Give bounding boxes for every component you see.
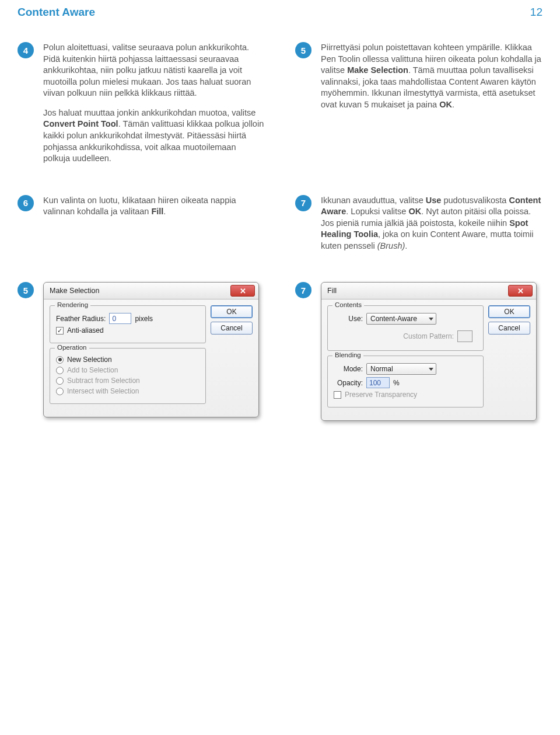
use-value: Content-Aware (370, 315, 417, 323)
screenshot-7-badge: 7 (295, 282, 312, 298)
screenshot-5-badge: 5 (18, 282, 34, 298)
feather-row: Feather Radius: pixels (56, 313, 200, 324)
use-label: Use: (334, 315, 363, 323)
mode-dropdown[interactable]: Normal (366, 363, 436, 375)
op-add-radio[interactable] (56, 367, 64, 374)
fill-titlebar: Fill ✕ (321, 283, 536, 299)
op-int-label: Intersect with Selection (67, 387, 139, 395)
opacity-row: Opacity: % (334, 377, 477, 388)
step-6: 6 Kun valinta on luotu, klikataan hiiren… (18, 195, 265, 260)
chevron-down-icon (429, 368, 433, 371)
percent-label: % (393, 379, 400, 387)
opacity-label: Opacity: (334, 379, 363, 387)
op-add-row[interactable]: Add to Selection (56, 366, 200, 374)
preserve-checkbox[interactable] (334, 391, 341, 399)
op-add-label: Add to Selection (67, 366, 118, 374)
step-4: 4 Polun aloitettuasi, valitse seuraava p… (18, 42, 265, 173)
cancel-button[interactable]: Cancel (211, 322, 253, 335)
pattern-label: Custom Pattern: (334, 332, 454, 340)
preserve-row[interactable]: Preserve Transparency (334, 391, 477, 399)
steps-row-1: 4 Polun aloitettuasi, valitse seuraava p… (18, 42, 542, 173)
rendering-label: Rendering (55, 301, 90, 308)
mode-value: Normal (370, 365, 393, 373)
use-row: Use: Content-Aware (334, 313, 477, 325)
chevron-down-icon (429, 318, 433, 321)
use-dropdown[interactable]: Content-Aware (366, 313, 436, 325)
make-selection-dialog: Make Selection ✕ Rendering Feather Radiu… (43, 282, 259, 417)
step-5-p1: Piirrettyäsi polun poistettavan kohteen … (321, 42, 542, 110)
step-4-body: Polun aloitettuasi, valitse seuraava pol… (43, 42, 265, 173)
op-new-row[interactable]: New Selection (56, 356, 200, 364)
close-icon[interactable]: ✕ (508, 285, 533, 297)
step-7-body: Ikkunan avauduttua, valitse Use pudotusv… (321, 195, 542, 260)
op-new-label: New Selection (67, 356, 112, 364)
blending-label: Blending (332, 351, 363, 358)
screenshots-row: 5 Make Selection ✕ Rendering Feather Rad… (18, 282, 542, 421)
op-sub-label: Subtract from Selection (67, 377, 140, 385)
page-number: 12 (530, 6, 542, 19)
make-selection-buttons: OK Cancel (211, 305, 253, 409)
op-new-radio[interactable] (56, 356, 64, 364)
blending-group: Blending Mode: Normal Opacity: % (327, 356, 484, 407)
mode-label: Mode: (334, 365, 363, 373)
step-5-badge: 5 (295, 42, 312, 58)
feather-input[interactable] (109, 313, 131, 324)
step-7-p1: Ikkunan avauduttua, valitse Use pudotusv… (321, 195, 542, 252)
step-5: 5 Piirrettyäsi polun poistettavan kohtee… (295, 42, 542, 173)
screenshot-7: 7 Fill ✕ Contents Use: Content-Aware (295, 282, 542, 421)
opacity-input[interactable] (366, 377, 390, 388)
ok-button[interactable]: OK (211, 305, 253, 318)
pattern-row: Custom Pattern: (334, 330, 477, 342)
feather-label: Feather Radius: (56, 315, 106, 323)
antialias-label: Anti-aliased (67, 326, 104, 335)
close-icon[interactable]: ✕ (230, 285, 255, 297)
op-sub-radio[interactable] (56, 377, 64, 385)
cancel-button[interactable]: Cancel (488, 322, 530, 335)
preserve-label: Preserve Transparency (345, 391, 417, 399)
step-5-body: Piirrettyäsi polun poistettavan kohteen … (321, 42, 542, 119)
operation-group: Operation New Selection Add to Selection… (50, 348, 206, 404)
fill-buttons: OK Cancel (488, 305, 530, 412)
op-sub-row[interactable]: Subtract from Selection (56, 377, 200, 385)
steps-row-2: 6 Kun valinta on luotu, klikataan hiiren… (18, 195, 542, 260)
fill-title: Fill (327, 287, 337, 295)
fill-dialog: Fill ✕ Contents Use: Content-Aware (321, 282, 537, 421)
step-4-p1: Polun aloitettuasi, valitse seuraava pol… (43, 42, 265, 99)
screenshot-5: 5 Make Selection ✕ Rendering Feather Rad… (18, 282, 265, 421)
page-header: Content Aware 12 (18, 6, 542, 19)
mode-row: Mode: Normal (334, 363, 477, 375)
make-selection-titlebar: Make Selection ✕ (44, 283, 258, 299)
rendering-group: Rendering Feather Radius: pixels Anti-al… (50, 305, 206, 343)
antialias-checkbox[interactable] (56, 327, 64, 335)
pixels-label: pixels (135, 315, 153, 323)
step-7: 7 Ikkunan avauduttua, valitse Use pudotu… (295, 195, 542, 260)
step-7-badge: 7 (295, 195, 312, 211)
header-title: Content Aware (18, 6, 95, 19)
op-int-row[interactable]: Intersect with Selection (56, 387, 200, 395)
pattern-swatch[interactable] (457, 330, 473, 342)
fill-body: Contents Use: Content-Aware Custom Patte… (321, 299, 536, 420)
contents-label: Contents (332, 301, 364, 308)
step-6-p1: Kun valinta on luotu, klikataan hiiren o… (43, 195, 265, 218)
contents-group: Contents Use: Content-Aware Custom Patte… (327, 305, 484, 351)
op-int-radio[interactable] (56, 388, 64, 395)
step-6-badge: 6 (18, 195, 34, 211)
operation-label: Operation (55, 344, 89, 351)
step-6-body: Kun valinta on luotu, klikataan hiiren o… (43, 195, 265, 226)
make-selection-title: Make Selection (50, 287, 99, 295)
step-4-p2: Jos haluat muuttaa jonkin ankkurikohdan … (43, 107, 265, 165)
step-4-badge: 4 (18, 42, 34, 58)
ok-button[interactable]: OK (488, 305, 530, 318)
antialias-row[interactable]: Anti-aliased (56, 326, 200, 335)
make-selection-body: Rendering Feather Radius: pixels Anti-al… (44, 299, 258, 417)
